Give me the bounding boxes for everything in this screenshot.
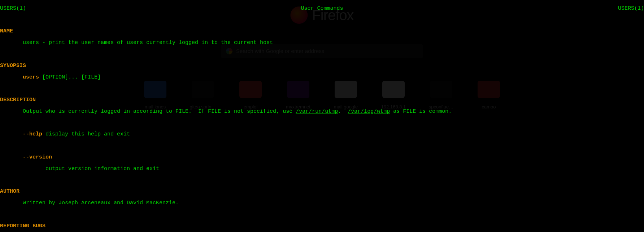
man-header-center: User Commands — [301, 6, 343, 12]
blank-line — [0, 212, 644, 218]
blank-line — [0, 86, 644, 92]
section-synopsis: SYNOPSIS — [0, 63, 644, 69]
blank-line — [0, 120, 644, 126]
section-author: AUTHOR — [0, 189, 644, 195]
synopsis-text: users [OPTION]... [FILE] — [0, 75, 644, 80]
section-description: DESCRIPTION — [0, 97, 644, 103]
man-header-row: USERS(1)User CommandsUSERS(1) — [0, 6, 644, 12]
name-text: users - print the user names of users cu… — [0, 40, 644, 46]
blank-line — [0, 52, 644, 57]
section-name: NAME — [0, 28, 644, 34]
blank-line — [0, 143, 644, 149]
version-option-desc: output version information and exit — [0, 166, 644, 172]
man-page-terminal[interactable]: USERS(1)User CommandsUSERS(1) NAME users… — [0, 0, 644, 232]
description-text: Output who is currently logged in accord… — [0, 109, 644, 115]
man-header-right: USERS(1) — [618, 6, 644, 12]
author-text: Written by Joseph Arceneaux and David Ma… — [0, 200, 644, 206]
version-option-line: --version — [0, 155, 644, 160]
help-option-line: --help display this help and exit — [0, 131, 644, 137]
blank-line — [0, 178, 644, 183]
man-header-left: USERS(1) — [0, 6, 26, 12]
blank-line — [0, 17, 644, 23]
section-reporting-bugs: REPORTING BUGS — [0, 223, 644, 229]
